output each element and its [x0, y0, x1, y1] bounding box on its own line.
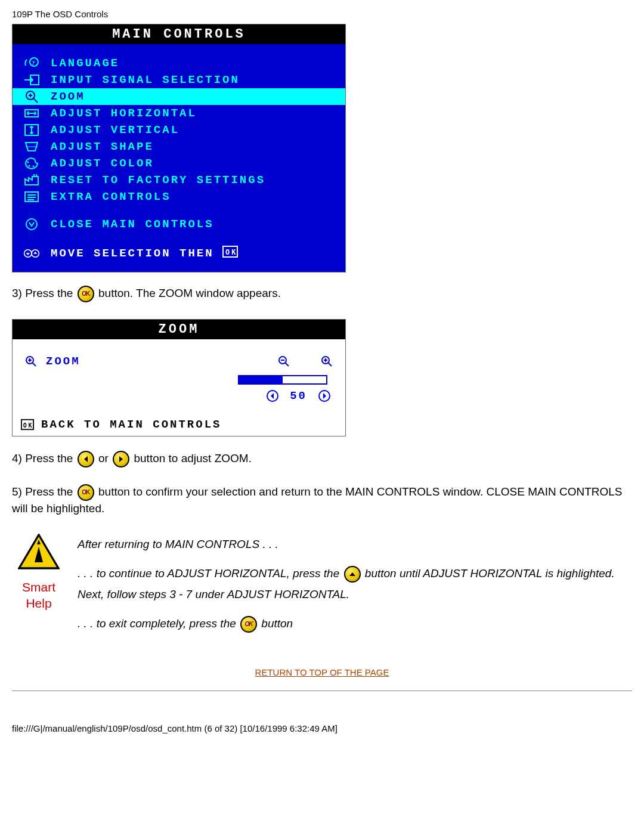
- svg-text:?: ?: [32, 59, 37, 66]
- close-icon: [20, 217, 44, 231]
- zoom-value: 50: [290, 389, 307, 402]
- step4-suffix: button to adjust ZOOM.: [134, 452, 251, 465]
- step3-prefix: 3) Press the: [12, 287, 76, 299]
- menu-label: ZOOM: [51, 90, 85, 103]
- menu-label: RESET TO FACTORY SETTINGS: [51, 174, 265, 187]
- left-button-icon: [78, 451, 94, 467]
- osd-body: ? LANGUAGE INPUT SIGNAL SELECTION ZOOM A…: [13, 44, 345, 272]
- footer-path: file:///G|/manual/english/109P/osd/osd_c…: [12, 721, 632, 736]
- svg-line-4: [33, 98, 38, 103]
- return-to-top-link[interactable]: RETURN TO TOP OF THE PAGE: [255, 667, 389, 677]
- adjust-vertical-icon: [20, 123, 44, 137]
- menu-item-adjust-shape[interactable]: ADJUST SHAPE: [13, 138, 345, 155]
- ok-button-icon: OK: [240, 616, 257, 633]
- menu-label: ADJUST HORIZONTAL: [51, 107, 197, 120]
- step3-suffix: button. The ZOOM window appears.: [98, 287, 281, 299]
- svg-point-11: [29, 165, 30, 167]
- menu-item-adjust-vertical[interactable]: ADJUST VERTICAL: [13, 122, 345, 138]
- svg-line-27: [285, 363, 289, 366]
- right-arrow-icon[interactable]: [318, 389, 331, 402]
- divider: [12, 690, 632, 691]
- step-5: 5) Press the OK button to confirm your s…: [12, 484, 632, 517]
- ok-box-icon: OK: [21, 418, 34, 431]
- ok-button-icon: OK: [78, 286, 94, 302]
- zoom-footer[interactable]: OK BACK TO MAIN CONTROLS: [13, 413, 345, 436]
- smart-help-label: Smart Help: [22, 579, 55, 612]
- menu-label: ADJUST SHAPE: [51, 140, 154, 153]
- extra-controls-icon: [20, 190, 44, 204]
- menu-item-reset-factory[interactable]: RESET TO FACTORY SETTINGS: [13, 172, 345, 188]
- step4-mid: or: [98, 452, 112, 465]
- left-arrow-icon[interactable]: [266, 389, 279, 402]
- menu-item-zoom[interactable]: ZOOM: [13, 88, 345, 105]
- osd-footer: MOVE SELECTION THEN OK: [13, 241, 345, 266]
- menu-label: LANGUAGE: [51, 57, 119, 70]
- step5-suffix: button to confirm your selection and ret…: [12, 485, 623, 515]
- step4-prefix: 4) Press the: [12, 452, 76, 465]
- zoom-out-icon: [277, 355, 290, 368]
- factory-icon: [20, 173, 44, 187]
- adjust-horizontal-icon: [20, 106, 44, 120]
- zoom-label-row: ZOOM: [13, 350, 345, 373]
- zoom-plus-icon: [320, 355, 333, 368]
- zoom-bar-row: [13, 373, 345, 386]
- zoom-footer-label: BACK TO MAIN CONTROLS: [41, 418, 221, 431]
- smart-help-body: After returning to MAIN CONTROLS . . . .…: [78, 534, 632, 643]
- svg-point-17: [26, 219, 37, 230]
- smart-help-p2: . . . to continue to ADJUST HORIZONTAL, …: [78, 563, 632, 605]
- ok-glyph-icon: OK: [222, 246, 238, 261]
- svg-point-12: [33, 166, 35, 168]
- step-3: 3) Press the OK button. The ZOOM window …: [12, 286, 632, 302]
- page-header: 109P The OSD Controls: [12, 9, 632, 19]
- smart-help-p1: After returning to MAIN CONTROLS . . .: [78, 534, 632, 555]
- menu-label: CLOSE MAIN CONTROLS: [51, 218, 214, 231]
- zoom-icon: [20, 89, 44, 104]
- zoom-title: ZOOM: [13, 320, 345, 339]
- footer-label: MOVE SELECTION THEN: [51, 247, 214, 260]
- menu-label: ADJUST COLOR: [51, 157, 154, 170]
- osd-zoom-window: ZOOM ZOOM: [12, 319, 346, 436]
- menu-label: INPUT SIGNAL SELECTION: [51, 73, 240, 86]
- language-icon: ?: [20, 56, 44, 70]
- svg-point-10: [27, 162, 29, 163]
- osd-main-controls: MAIN CONTROLS ? LANGUAGE INPUT SIGNAL SE…: [12, 24, 346, 272]
- warning-icon: [18, 534, 60, 571]
- menu-item-extra-controls[interactable]: EXTRA CONTROLS: [13, 188, 345, 205]
- adjust-color-icon: [20, 156, 44, 171]
- osd-title: MAIN CONTROLS: [13, 24, 345, 44]
- menu-label: EXTRA CONTROLS: [51, 190, 171, 203]
- step-4: 4) Press the or button to adjust ZOOM.: [12, 451, 632, 467]
- zoom-progress-bar: [238, 375, 327, 385]
- svg-line-23: [32, 363, 36, 366]
- zoom-label: ZOOM: [46, 355, 80, 368]
- smart-help-block: Smart Help After returning to MAIN CONTR…: [12, 534, 632, 643]
- svg-text:OK: OK: [23, 422, 34, 429]
- step5-prefix: 5) Press the: [12, 485, 76, 498]
- adjust-shape-icon: [20, 140, 44, 154]
- svg-text:OK: OK: [225, 248, 237, 256]
- zoom-in-icon: [24, 355, 38, 368]
- smart-help-p3: . . . to exit completely, press the OK b…: [78, 613, 632, 634]
- menu-item-adjust-color[interactable]: ADJUST COLOR: [13, 155, 345, 172]
- ok-button-icon: OK: [78, 484, 94, 501]
- menu-item-language[interactable]: ? LANGUAGE: [13, 55, 345, 72]
- svg-line-30: [328, 363, 332, 366]
- input-signal-icon: [20, 73, 44, 87]
- right-button-icon: [113, 451, 129, 467]
- up-button-icon: [344, 566, 361, 583]
- zoom-value-row: 50: [13, 386, 345, 413]
- up-down-icon: [20, 246, 44, 261]
- menu-item-close[interactable]: CLOSE MAIN CONTROLS: [13, 216, 345, 233]
- menu-item-adjust-horizontal[interactable]: ADJUST HORIZONTAL: [13, 105, 345, 122]
- menu-label: ADJUST VERTICAL: [51, 123, 179, 137]
- return-link-wrap: RETURN TO TOP OF THE PAGE: [12, 666, 632, 679]
- menu-item-input-signal[interactable]: INPUT SIGNAL SELECTION: [13, 72, 345, 88]
